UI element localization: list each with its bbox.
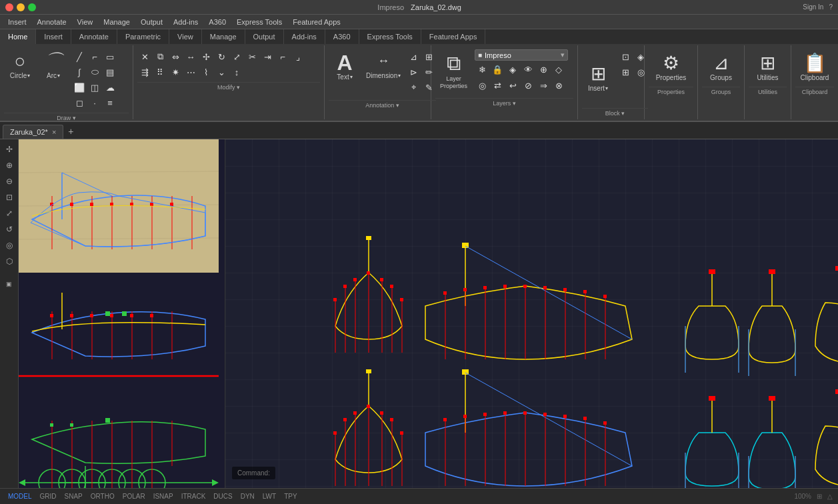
menu-item-addins[interactable]: Add-ins bbox=[168, 17, 203, 27]
status-ortho[interactable]: ORTHO bbox=[88, 493, 117, 500]
pan-button[interactable]: ✢ bbox=[2, 142, 17, 157]
zoom-extents-button[interactable]: ⤢ bbox=[2, 206, 17, 221]
layer-color-button[interactable]: ◈ bbox=[505, 62, 520, 77]
layer-walk-button[interactable]: ⊘ bbox=[521, 78, 535, 93]
status-isnap[interactable]: ISNAP bbox=[151, 493, 176, 500]
move-button[interactable]: ✢ bbox=[199, 49, 213, 64]
tab-insert[interactable]: Insert bbox=[36, 29, 71, 44]
status-lwt[interactable]: LWT bbox=[260, 493, 279, 500]
rect-button[interactable]: ▭ bbox=[103, 49, 117, 64]
mirror-button[interactable]: ⇔ bbox=[168, 49, 183, 64]
tab-parametric[interactable]: Parametric bbox=[117, 29, 169, 44]
layer-merge-button[interactable]: ⇒ bbox=[536, 78, 551, 93]
layer-plot-button[interactable]: ⊕ bbox=[536, 62, 551, 77]
point-button[interactable]: · bbox=[87, 95, 102, 110]
file-tab-zaruka[interactable]: Zaruka_02* × bbox=[3, 125, 63, 139]
regen-button[interactable]: ↺ bbox=[2, 222, 17, 237]
menu-item-output[interactable]: Output bbox=[135, 17, 168, 27]
erase-button[interactable]: ✕ bbox=[137, 49, 152, 64]
arc-button[interactable]: ⌒ Arc ▾ bbox=[37, 49, 69, 82]
insert-button[interactable]: ⊞ Insert ▾ bbox=[582, 49, 614, 105]
close-tab-button[interactable]: × bbox=[52, 128, 56, 136]
mline-button[interactable]: ≡ bbox=[103, 95, 117, 110]
layer-visibility-button[interactable]: 👁 bbox=[521, 62, 535, 77]
hatch-button[interactable]: ▤ bbox=[103, 65, 117, 79]
annotate3-button[interactable]: ⌖ bbox=[406, 80, 421, 95]
create-block-button[interactable]: ⊡ bbox=[618, 49, 633, 64]
revcloud-button[interactable]: ☁ bbox=[103, 80, 117, 95]
dimension-button[interactable]: ↔ Dimension ▾ bbox=[363, 49, 403, 82]
sign-in-link[interactable]: Sign In bbox=[803, 3, 823, 11]
extend-button[interactable]: ⇥ bbox=[260, 49, 275, 64]
minimize-window-button[interactable] bbox=[17, 3, 25, 11]
copy-button[interactable]: ⧉ bbox=[153, 49, 167, 64]
close-window-button[interactable] bbox=[5, 3, 13, 11]
offset-button[interactable]: ⇶ bbox=[137, 65, 152, 79]
status-tpy[interactable]: TPY bbox=[281, 493, 299, 500]
status-dyn[interactable]: DYN bbox=[238, 493, 257, 500]
stretch-button[interactable]: ↔ bbox=[183, 49, 198, 64]
tab-view[interactable]: View bbox=[169, 29, 202, 44]
clipboard-button[interactable]: 📋 Clipboard bbox=[798, 49, 832, 84]
menu-item-featured[interactable]: Featured Apps bbox=[287, 17, 346, 27]
region-button[interactable]: ⬜ bbox=[72, 80, 87, 95]
zoom-window-button[interactable]: ⊡ bbox=[2, 190, 17, 205]
wipeout-button[interactable]: ◫ bbox=[87, 80, 102, 95]
wblock-button[interactable]: ⊞ bbox=[618, 65, 633, 79]
circle-button[interactable]: ○ Circle ▾ bbox=[4, 49, 36, 82]
status-itrack[interactable]: ITRACK bbox=[179, 493, 209, 500]
tab-annotate[interactable]: Annotate bbox=[71, 29, 117, 44]
orbit-button[interactable]: ◎ bbox=[2, 238, 17, 253]
zoom-button[interactable]: ⊕ bbox=[2, 158, 17, 173]
lengthen-button[interactable]: ↕ bbox=[229, 65, 244, 79]
zoom-out-button[interactable]: ⊖ bbox=[2, 174, 17, 189]
properties-button[interactable]: ⚙ Properties bbox=[653, 49, 689, 84]
line-button[interactable]: ╱ bbox=[72, 49, 87, 64]
text-button[interactable]: A Text ▾ bbox=[329, 49, 361, 83]
view-controls[interactable]: ⊞ bbox=[817, 493, 822, 500]
status-grid[interactable]: GRID bbox=[37, 493, 59, 500]
spline-button[interactable]: ∫ bbox=[72, 65, 87, 79]
thumbnail-top[interactable] bbox=[19, 139, 219, 273]
groups-button[interactable]: ⊿ Groups bbox=[705, 49, 737, 84]
annotation-monitor[interactable]: △ bbox=[827, 493, 833, 500]
array-button[interactable]: ⠿ bbox=[153, 65, 167, 79]
trim-button[interactable]: ✂ bbox=[245, 49, 259, 64]
tab-featured[interactable]: Featured Apps bbox=[421, 29, 486, 44]
layer-delete-button[interactable]: ⊗ bbox=[551, 78, 566, 93]
status-snap[interactable]: SNAP bbox=[62, 493, 85, 500]
tab-a360[interactable]: A360 bbox=[325, 29, 359, 44]
new-tab-button[interactable]: + bbox=[63, 124, 78, 139]
status-model[interactable]: MODEL bbox=[5, 493, 35, 500]
leader-button[interactable]: ⊿ bbox=[406, 49, 421, 64]
menu-item-a360[interactable]: A360 bbox=[203, 17, 231, 27]
tab-addins[interactable]: Add-ins bbox=[284, 29, 325, 44]
thumbnail-middle[interactable] bbox=[19, 276, 219, 373]
explode-button[interactable]: ✷ bbox=[168, 65, 183, 79]
view-cube-button[interactable]: ▣ bbox=[2, 277, 17, 291]
multileader-button[interactable]: ⊳ bbox=[406, 65, 421, 79]
menu-item-express[interactable]: Express Tools bbox=[231, 17, 287, 27]
menu-item-insert[interactable]: Insert bbox=[3, 17, 32, 27]
rotate-button[interactable]: ↻ bbox=[214, 49, 229, 64]
menu-item-view[interactable]: View bbox=[72, 17, 99, 27]
menu-item-annotate[interactable]: Annotate bbox=[32, 17, 72, 27]
maximize-window-button[interactable] bbox=[28, 3, 36, 11]
layer-dropdown[interactable]: ■ Impreso ▾ bbox=[475, 49, 568, 61]
tab-express[interactable]: Express Tools bbox=[359, 29, 421, 44]
layer-new-vp-button[interactable]: ◇ bbox=[551, 62, 566, 77]
tab-manage[interactable]: Manage bbox=[202, 29, 245, 44]
layer-match-button[interactable]: ⇄ bbox=[490, 78, 505, 93]
layer-lock-button[interactable]: 🔒 bbox=[490, 62, 505, 77]
menu-item-manage[interactable]: Manage bbox=[98, 17, 135, 27]
layer-properties-button[interactable]: ⧉ Layer Properties bbox=[435, 49, 472, 93]
fillet-button[interactable]: ⌐ bbox=[275, 49, 290, 64]
polyline-button[interactable]: ⌐ bbox=[87, 49, 102, 64]
ellipse-button[interactable]: ⬭ bbox=[87, 65, 102, 79]
chamfer-button[interactable]: ⌟ bbox=[291, 49, 305, 64]
break-button[interactable]: ⌇ bbox=[199, 65, 213, 79]
join-button[interactable]: ⌄ bbox=[214, 65, 229, 79]
utilities-button[interactable]: ⊞ Utilities bbox=[752, 49, 784, 84]
boundary-button[interactable]: ◻ bbox=[72, 95, 87, 110]
layer-freeze-button[interactable]: ❄ bbox=[475, 62, 489, 77]
